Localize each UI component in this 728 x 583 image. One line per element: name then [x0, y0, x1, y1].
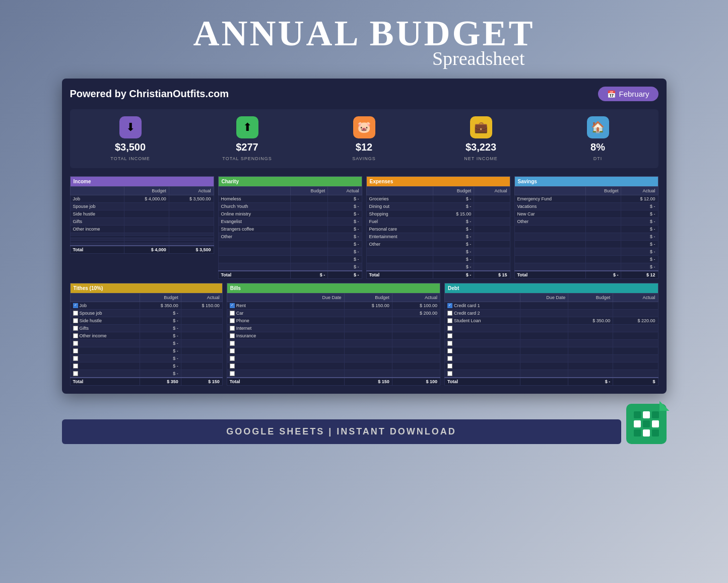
- tithes-table: Tithes (10%) Budget Actual Job $ 350.00 …: [70, 283, 223, 386]
- checkbox[interactable]: [230, 348, 235, 353]
- grid-cell-1: [634, 411, 641, 418]
- table-row: Other: [366, 241, 433, 248]
- bottom-tables-row: Tithes (10%) Budget Actual Job $ 350.00 …: [70, 283, 658, 386]
- tithes-col-actual: Actual: [181, 294, 222, 302]
- debt-section: Debt Due Date Budget Actual Credit card …: [444, 283, 658, 386]
- tithes-col-name: [70, 294, 140, 302]
- checkbox[interactable]: [447, 333, 452, 338]
- tithes-header: Tithes (10%): [70, 283, 222, 294]
- checkbox[interactable]: [230, 333, 235, 338]
- card-total-spendings: ⬆ $277 TOTAL SPENDINGS: [192, 116, 303, 161]
- table-row: Online ministry: [218, 210, 291, 218]
- table-row: Entertainment: [366, 233, 433, 241]
- grid-cell-8: [643, 429, 650, 436]
- checkbox[interactable]: [230, 326, 235, 331]
- checkbox[interactable]: [73, 318, 78, 323]
- card-net-income: 💼 $3,223 NET INCOME: [426, 116, 537, 161]
- total-label: Total: [514, 271, 586, 279]
- net-income-label: NET INCOME: [464, 156, 497, 161]
- total-label: Total: [366, 271, 433, 279]
- expenses-col-name: [366, 187, 433, 195]
- calendar-icon: 📅: [607, 90, 616, 98]
- checkbox[interactable]: [73, 303, 78, 308]
- debt-col-budget: Budget: [568, 294, 613, 302]
- grid-cell-2: [643, 411, 650, 418]
- checkbox[interactable]: [230, 356, 235, 361]
- savings-table-section: Savings Budget Actual Emergency Fund $ 1…: [514, 176, 658, 279]
- checkbox[interactable]: [73, 356, 78, 361]
- income-label: TOTAL INCOME: [110, 156, 150, 161]
- checkbox[interactable]: [447, 303, 452, 308]
- debt-col-actual: Actual: [613, 294, 658, 302]
- checkbox[interactable]: [230, 371, 235, 376]
- debt-col-name: [445, 294, 520, 302]
- month-badge[interactable]: 📅 February: [598, 87, 658, 101]
- tithes-section: Tithes (10%) Budget Actual Job $ 350.00 …: [70, 283, 223, 386]
- checkbox[interactable]: [447, 371, 452, 376]
- expenses-col-actual: Actual: [474, 187, 510, 195]
- savings-table: Savings Budget Actual Emergency Fund $ 1…: [514, 176, 658, 279]
- checkbox[interactable]: [230, 303, 235, 308]
- checkbox[interactable]: [230, 311, 235, 316]
- checkbox[interactable]: [447, 326, 452, 331]
- table-row: [218, 248, 291, 256]
- spendings-icon: ⬆: [236, 116, 258, 138]
- checkbox[interactable]: [447, 363, 452, 369]
- checkbox[interactable]: [73, 333, 78, 338]
- table-row: Other: [514, 218, 586, 226]
- grid-cell-6: [652, 420, 659, 427]
- checkbox[interactable]: [73, 363, 78, 369]
- grid-cell-9: [652, 429, 659, 436]
- checkbox[interactable]: [447, 356, 452, 361]
- table-row: [514, 226, 586, 233]
- charity-col-actual: Actual: [328, 187, 362, 195]
- card-savings: 🐷 $12 SAVINGS: [309, 116, 420, 161]
- checkbox[interactable]: [73, 371, 78, 376]
- total-label: Total: [70, 246, 124, 254]
- savings-col-name: [514, 187, 586, 195]
- table-row: Personal care: [366, 226, 433, 233]
- bills-col-budget: Budget: [344, 294, 392, 302]
- checkbox[interactable]: [73, 348, 78, 353]
- table-row: [366, 263, 433, 271]
- checkbox[interactable]: [73, 341, 78, 346]
- savings-icon: 🐷: [353, 116, 375, 138]
- savings-header: Savings: [514, 177, 658, 187]
- income-icon: ⬇: [119, 116, 142, 138]
- table-row: Evangelist: [218, 218, 291, 226]
- page-title-area: ANNUAL BUDGET Spreadsheet: [193, 15, 535, 69]
- checkbox[interactable]: [73, 311, 78, 316]
- top-tables-row: Income Budget Actual Job $ 4,000.00 $ 3,…: [70, 176, 658, 279]
- checkbox[interactable]: [230, 363, 235, 369]
- checkbox[interactable]: [447, 311, 452, 316]
- checkbox[interactable]: [447, 348, 452, 353]
- checkbox[interactable]: [230, 341, 235, 346]
- debt-col-due: Due Date: [520, 294, 568, 302]
- table-row: Dining out: [366, 203, 433, 210]
- net-income-icon: 💼: [470, 116, 492, 138]
- grid-cell-7: [634, 429, 641, 436]
- charity-col-budget: Budget: [291, 187, 328, 195]
- bills-col-actual: Actual: [392, 294, 440, 302]
- total-label: Total: [218, 271, 291, 279]
- income-value: $3,500: [115, 141, 146, 153]
- table-row: [514, 263, 586, 271]
- summary-cards: ⬇ $3,500 TOTAL INCOME ⬆ $277 TOTAL SPEND…: [70, 109, 658, 168]
- table-row: Side hustle: [70, 210, 124, 218]
- checkbox[interactable]: [447, 341, 452, 346]
- savings-value: $12: [356, 141, 372, 153]
- checkbox[interactable]: [230, 318, 235, 323]
- spendings-label: TOTAL SPENDINGS: [222, 156, 272, 161]
- checkbox[interactable]: [73, 326, 78, 331]
- savings-col-actual: Actual: [621, 187, 658, 195]
- dti-label: DTI: [593, 156, 603, 161]
- savings-col-budget: Budget: [586, 187, 621, 195]
- expenses-table: Expenses Budget Actual Groceries $ - Din…: [366, 176, 510, 279]
- expenses-col-budget: Budget: [433, 187, 474, 195]
- spreadsheet-container: Powered by ChristianOutfits.com 📅 Februa…: [62, 79, 667, 394]
- bills-col-name: [227, 294, 293, 302]
- month-label: February: [619, 90, 649, 98]
- income-table: Income Budget Actual Job $ 4,000.00 $ 3,…: [70, 176, 214, 254]
- checkbox[interactable]: [447, 318, 452, 323]
- income-section: Income Budget Actual Job $ 4,000.00 $ 3,…: [70, 176, 214, 279]
